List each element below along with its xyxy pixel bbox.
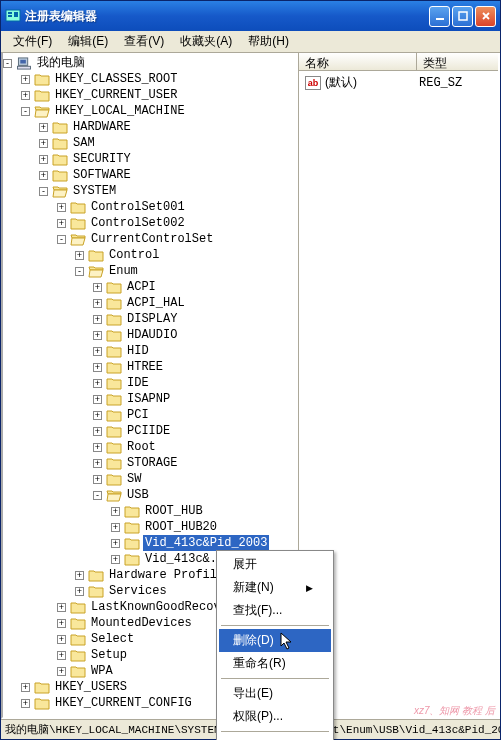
- expand-toggle[interactable]: +: [39, 139, 48, 148]
- collapse-toggle[interactable]: -: [21, 107, 30, 116]
- col-name[interactable]: 名称: [299, 53, 417, 70]
- ctx-copy-key-name[interactable]: 复制项名称(C): [219, 735, 331, 740]
- collapse-toggle[interactable]: -: [39, 187, 48, 196]
- ctx-export[interactable]: 导出(E): [219, 682, 331, 705]
- expand-toggle[interactable]: +: [39, 123, 48, 132]
- expand-toggle[interactable]: +: [93, 283, 102, 292]
- expand-toggle[interactable]: +: [93, 347, 102, 356]
- expand-toggle[interactable]: +: [111, 555, 120, 564]
- expand-toggle[interactable]: +: [93, 379, 102, 388]
- collapse-toggle[interactable]: -: [93, 491, 102, 500]
- expand-toggle[interactable]: +: [93, 395, 102, 404]
- collapse-toggle[interactable]: -: [57, 235, 66, 244]
- tree-item[interactable]: -USB: [3, 487, 298, 503]
- menu-edit[interactable]: 编辑(E): [60, 31, 116, 52]
- tree-item[interactable]: +SECURITY: [3, 151, 298, 167]
- expand-toggle[interactable]: +: [93, 331, 102, 340]
- expand-toggle[interactable]: +: [57, 603, 66, 612]
- tree-label: IDE: [125, 375, 151, 391]
- tree-item[interactable]: +Vid_413c&Pid_2003: [3, 535, 298, 551]
- ctx-find[interactable]: 查找(F)...: [219, 599, 331, 622]
- tree-item[interactable]: +ROOT_HUB: [3, 503, 298, 519]
- col-type[interactable]: 类型: [417, 53, 498, 70]
- tree-item[interactable]: +Root: [3, 439, 298, 455]
- ctx-expand[interactable]: 展开: [219, 553, 331, 576]
- window-title: 注册表编辑器: [25, 8, 429, 25]
- column-headers[interactable]: 名称 类型: [299, 53, 498, 71]
- expand-toggle[interactable]: +: [93, 315, 102, 324]
- menu-help[interactable]: 帮助(H): [240, 31, 297, 52]
- tree-item[interactable]: +HDAUDIO: [3, 327, 298, 343]
- expand-toggle[interactable]: +: [57, 219, 66, 228]
- expand-toggle[interactable]: +: [75, 571, 84, 580]
- expand-toggle[interactable]: +: [93, 443, 102, 452]
- tree-item[interactable]: -HKEY_LOCAL_MACHINE: [3, 103, 298, 119]
- folder-icon: [70, 601, 86, 614]
- ctx-permissions[interactable]: 权限(P)...: [219, 705, 331, 728]
- tree-item[interactable]: -我的电脑: [3, 55, 298, 71]
- expand-toggle[interactable]: +: [111, 539, 120, 548]
- minimize-button[interactable]: [429, 6, 450, 27]
- tree-item[interactable]: -CurrentControlSet: [3, 231, 298, 247]
- expand-toggle[interactable]: +: [111, 523, 120, 532]
- tree-item[interactable]: +HKEY_CLASSES_ROOT: [3, 71, 298, 87]
- tree-item[interactable]: +HKEY_CURRENT_USER: [3, 87, 298, 103]
- expand-toggle[interactable]: +: [75, 251, 84, 260]
- expand-toggle[interactable]: +: [111, 507, 120, 516]
- expand-toggle[interactable]: +: [93, 427, 102, 436]
- ctx-rename[interactable]: 重命名(R): [219, 652, 331, 675]
- ctx-new[interactable]: 新建(N)▶: [219, 576, 331, 599]
- close-button[interactable]: [475, 6, 496, 27]
- expand-toggle[interactable]: +: [75, 587, 84, 596]
- tree-item[interactable]: +ACPI: [3, 279, 298, 295]
- expand-toggle[interactable]: +: [21, 683, 30, 692]
- maximize-button[interactable]: [452, 6, 473, 27]
- tree-item[interactable]: +SW: [3, 471, 298, 487]
- expand-toggle[interactable]: +: [57, 651, 66, 660]
- folder-icon: [70, 217, 86, 230]
- menu-view[interactable]: 查看(V): [116, 31, 172, 52]
- menu-favorites[interactable]: 收藏夹(A): [172, 31, 240, 52]
- expand-toggle[interactable]: +: [57, 667, 66, 676]
- tree-item[interactable]: +SAM: [3, 135, 298, 151]
- expand-toggle[interactable]: +: [57, 635, 66, 644]
- tree-item[interactable]: -Enum: [3, 263, 298, 279]
- tree-item[interactable]: +IDE: [3, 375, 298, 391]
- collapse-toggle[interactable]: -: [3, 59, 12, 68]
- folder-icon: [106, 329, 122, 342]
- menu-file[interactable]: 文件(F): [5, 31, 60, 52]
- expand-toggle[interactable]: +: [93, 299, 102, 308]
- tree-item[interactable]: +DISPLAY: [3, 311, 298, 327]
- expand-toggle[interactable]: +: [21, 91, 30, 100]
- tree-item[interactable]: +STORAGE: [3, 455, 298, 471]
- expand-toggle[interactable]: +: [39, 171, 48, 180]
- tree-item[interactable]: +SOFTWARE: [3, 167, 298, 183]
- tree-label: Control: [107, 247, 161, 263]
- expand-toggle[interactable]: +: [21, 75, 30, 84]
- tree-item[interactable]: +ACPI_HAL: [3, 295, 298, 311]
- tree-item[interactable]: +ISAPNP: [3, 391, 298, 407]
- expand-toggle[interactable]: +: [21, 699, 30, 708]
- tree-label: HKEY_CLASSES_ROOT: [53, 71, 179, 87]
- value-row[interactable]: ab (默认) REG_SZ: [301, 73, 496, 92]
- expand-toggle[interactable]: +: [93, 459, 102, 468]
- ctx-delete[interactable]: 删除(D): [219, 629, 331, 652]
- expand-toggle[interactable]: +: [93, 411, 102, 420]
- titlebar[interactable]: 注册表编辑器: [1, 1, 500, 31]
- tree-item[interactable]: +HARDWARE: [3, 119, 298, 135]
- expand-toggle[interactable]: +: [57, 619, 66, 628]
- tree-item[interactable]: +ROOT_HUB20: [3, 519, 298, 535]
- expand-toggle[interactable]: +: [57, 203, 66, 212]
- tree-item[interactable]: +HTREE: [3, 359, 298, 375]
- collapse-toggle[interactable]: -: [75, 267, 84, 276]
- expand-toggle[interactable]: +: [93, 475, 102, 484]
- tree-item[interactable]: +ControlSet001: [3, 199, 298, 215]
- tree-item[interactable]: +PCI: [3, 407, 298, 423]
- tree-item[interactable]: +ControlSet002: [3, 215, 298, 231]
- tree-item[interactable]: +Control: [3, 247, 298, 263]
- tree-item[interactable]: +PCIIDE: [3, 423, 298, 439]
- tree-item[interactable]: +HID: [3, 343, 298, 359]
- expand-toggle[interactable]: +: [93, 363, 102, 372]
- expand-toggle[interactable]: +: [39, 155, 48, 164]
- tree-item[interactable]: -SYSTEM: [3, 183, 298, 199]
